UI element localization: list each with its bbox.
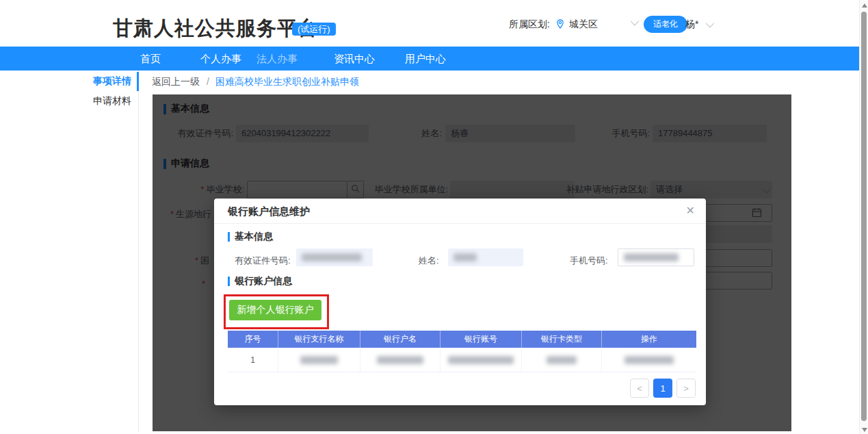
col-index: 序号 <box>228 331 278 348</box>
table-header-row: 序号 银行支行名称 银行户名 银行账号 银行卡类型 操作 <box>228 331 696 348</box>
redacted-value <box>377 356 423 364</box>
sidebar-item-detail[interactable]: 事项详情 <box>68 75 131 88</box>
col-actions: 操作 <box>602 331 696 348</box>
bank-account-modal: 银行账户信息维护 ✕ 基本信息 有效证件号码: 姓名: 手机号码: 银行账户信息… <box>214 199 706 405</box>
modal-bank-info-title: 银行账户信息 <box>235 275 292 288</box>
location-pin-icon <box>555 19 565 31</box>
trial-run-badge: (试运行) <box>292 23 336 36</box>
elder-mode-button[interactable]: 适老化 <box>644 16 687 33</box>
pagination: < 1 > <box>630 379 696 398</box>
modal-name-field[interactable] <box>448 248 523 266</box>
nav-item-news[interactable]: 资讯中心 <box>334 47 375 71</box>
sidebar-divider <box>138 71 139 431</box>
user-name[interactable]: 杨* <box>685 18 698 31</box>
region-label: 所属区划: <box>509 18 550 31</box>
page-title: 甘肃人社公共服务平台 <box>113 15 318 42</box>
cell-index: 1 <box>228 348 278 372</box>
breadcrumb-back-link[interactable]: 返回上一级 <box>152 76 200 88</box>
sidebar-active-indicator <box>137 72 139 91</box>
table-row: 1 <box>228 348 696 372</box>
cell-actions[interactable] <box>602 348 696 372</box>
section-accent-bar <box>228 232 230 242</box>
col-card-type: 银行卡类型 <box>522 331 602 348</box>
modal-id-label: 有效证件号码: <box>235 252 291 270</box>
redacted-value <box>448 356 514 364</box>
nav-item-corporate[interactable]: 法人办事 <box>257 47 298 71</box>
chevron-down-icon[interactable] <box>631 17 640 26</box>
modal-id-field[interactable] <box>296 248 373 266</box>
scrollbar-thumb[interactable] <box>861 12 867 421</box>
redacted-value <box>547 356 577 364</box>
scroll-down-icon[interactable] <box>862 428 867 432</box>
bank-account-table: 序号 银行支行名称 银行户名 银行账号 银行卡类型 操作 1 <box>228 331 696 372</box>
region-value: 城关区 <box>569 18 598 31</box>
col-account: 银行账号 <box>440 331 522 348</box>
nav-item-home[interactable]: 首页 <box>140 47 161 71</box>
redacted-value <box>300 356 338 364</box>
modal-title: 银行账户信息维护 <box>228 205 310 218</box>
scroll-up-icon[interactable] <box>862 3 867 8</box>
breadcrumb-separator: / <box>207 76 209 87</box>
col-branch: 银行支行名称 <box>278 331 360 348</box>
breadcrumb-current-link[interactable]: 困难高校毕业生求职创业补贴申领 <box>215 76 359 88</box>
nav-item-user-center[interactable]: 用户中心 <box>405 47 446 71</box>
nav-item-personal[interactable]: 个人办事 <box>200 47 241 71</box>
modal-basic-info-title: 基本信息 <box>235 231 273 243</box>
page: 甘肃人社公共服务平台 (试运行) 所属区划: 城关区 适老化 杨* 首页 个人办… <box>0 0 868 434</box>
sidebar-item-materials[interactable]: 申请材料 <box>68 95 131 107</box>
redacted-value <box>624 253 679 261</box>
modal-divider <box>214 223 706 224</box>
main-navbar: 首页 个人办事 法人办事 资讯中心 用户中心 <box>0 47 859 71</box>
redacted-value <box>453 253 477 261</box>
redacted-value <box>624 356 674 364</box>
pagination-prev-button[interactable]: < <box>630 379 649 398</box>
section-accent-bar <box>228 277 230 286</box>
cell-branch <box>278 348 360 372</box>
cell-account <box>440 348 522 372</box>
redacted-value <box>302 253 362 261</box>
close-icon[interactable]: ✕ <box>686 204 695 217</box>
modal-phone-field[interactable] <box>618 248 694 266</box>
pagination-page-1[interactable]: 1 <box>653 379 672 398</box>
modal-phone-label: 手机号码: <box>570 252 608 270</box>
modal-name-label: 姓名: <box>419 252 439 270</box>
add-bank-account-button[interactable]: 新增个人银行账户 <box>229 300 321 320</box>
region-selector[interactable]: 所属区划: 城关区 <box>509 16 598 33</box>
pagination-next-button[interactable]: > <box>676 379 696 398</box>
cell-card-type <box>522 348 602 372</box>
col-holder: 银行户名 <box>360 331 440 348</box>
cell-holder <box>360 348 440 372</box>
chevron-down-icon[interactable] <box>706 19 715 28</box>
vertical-scrollbar[interactable] <box>859 0 868 434</box>
